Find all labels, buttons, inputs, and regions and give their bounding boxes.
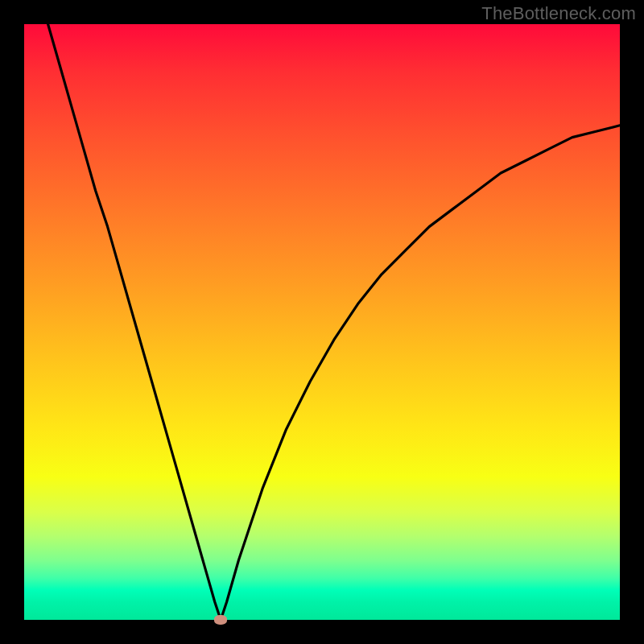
min-marker bbox=[214, 615, 227, 625]
watermark-text: TheBottleneck.com bbox=[481, 3, 636, 24]
bottleneck-curve bbox=[48, 24, 620, 620]
chart-svg bbox=[24, 24, 620, 620]
